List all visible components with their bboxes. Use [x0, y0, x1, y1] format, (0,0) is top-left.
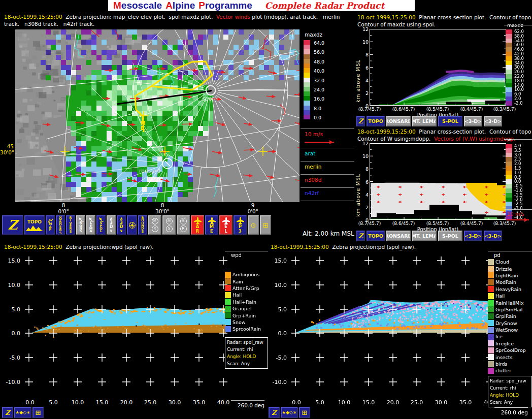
tick-label: 0.0 [278, 330, 287, 337]
sr-product-button[interactable]: SR [177, 215, 190, 235]
3d-button[interactable]: <3-D> [464, 116, 482, 126]
precip-types-button[interactable]: ★◆◇∗ [14, 407, 31, 418]
info-line: Angle: HOLD [490, 392, 530, 399]
aircraft-p3-button[interactable]: P3 [234, 215, 247, 235]
topo-button[interactable]: TOPO [367, 116, 385, 126]
legend-entry: clutter [488, 367, 532, 374]
tick-label: (8.5/45.7) [426, 221, 449, 226]
topo-overlay-button[interactable]: TOPO [24, 215, 45, 235]
tick-label: 5.0 [49, 399, 58, 406]
aircraft-label-me: ME [141, 121, 146, 131]
legend-swatch [488, 272, 494, 278]
3d-view-button[interactable]: ∧3D∨ [107, 215, 116, 235]
legend-entry: GrplSmHail [488, 306, 532, 313]
tick-label: 56.0 [314, 49, 324, 55]
legend-entry: Grp+Rain [225, 312, 268, 318]
aircraft-electra-button[interactable]: EL [219, 215, 232, 235]
site-label-spol[interactable]: spol [202, 95, 214, 102]
cs2-header-line1: 18-oct-1999,15:25:00 Planar cross-sectio… [357, 128, 532, 135]
legend-swatch [488, 368, 494, 374]
track-label-arat: arat [305, 150, 315, 156]
grid-button[interactable]: ⊞ [299, 407, 310, 418]
tick-label: 30.0 [435, 399, 448, 406]
tick-label: -10.0 [6, 379, 20, 385]
mr-product-button[interactable]: MR [148, 215, 161, 235]
grid-button[interactable]: ⊞ [260, 215, 271, 235]
cs2-wind-ref-label: 10 m/s [507, 211, 524, 217]
zebra-menu-button[interactable]: Z [356, 116, 365, 126]
ronsard-button[interactable]: RONSARD [386, 231, 411, 241]
ronsard-button[interactable]: RONSARD [386, 116, 411, 126]
legend-entry: Hail [488, 293, 532, 299]
tick-label: 40.0 [314, 68, 324, 74]
legend-title: pd [488, 251, 532, 259]
bl-toolbar: Z★◆◇∗⊞ [2, 407, 44, 418]
target-button[interactable]: ⊙ [248, 215, 259, 235]
tick-label: 2 [365, 90, 369, 96]
ronsard-radar-button[interactable]: RONS [76, 215, 85, 235]
page-title: MesoscaleAlpineProgramme [113, 0, 256, 11]
legend-entry: Ambiguous [225, 271, 268, 278]
tick-label: 10.0 [72, 399, 84, 406]
lema-radar-button[interactable]: LEMA [86, 215, 95, 235]
s-pol-button[interactable]: S-POL [438, 231, 462, 241]
br-toolbar: Z★◆◇∗⊞ [269, 407, 310, 418]
altitude-readout: Alt: 2.00 km MSL [303, 230, 354, 237]
legend-entry: ModRain [488, 279, 532, 285]
tick-label: 35.0 [193, 399, 206, 406]
s-pol-button[interactable]: S-POL [438, 116, 462, 126]
mt-lema-button[interactable]: MT. LEMA [412, 116, 437, 126]
cs1-colorbar-title: maxdz [507, 22, 523, 28]
legend-swatch [488, 340, 494, 346]
zebra-menu-button[interactable]: Z [2, 215, 23, 235]
legend-swatch [225, 299, 231, 305]
zebra-menu-button[interactable]: Z [356, 231, 365, 241]
3d-button[interactable]: <3-D> [464, 231, 482, 241]
legend-swatch [225, 292, 231, 298]
main-map-canvas[interactable] [15, 29, 300, 202]
grid-button[interactable]: ⊞ [32, 407, 44, 418]
topo-button[interactable]: TOPO [367, 231, 385, 241]
bl-rhi-canvas [23, 253, 234, 390]
zebra-menu-button[interactable]: Z [2, 407, 13, 418]
3d-button[interactable]: <3-D> [484, 116, 502, 126]
legend-entry: Ice [488, 333, 532, 340]
legend-entry: SprCoolDrop [488, 347, 532, 353]
legend-swatch [488, 266, 494, 272]
precip-types-button[interactable]: ★◆◇∗ [281, 407, 298, 418]
tick-label: 10.0 [338, 399, 351, 406]
site-label-ronsard[interactable]: ronsard [139, 168, 160, 174]
legend-swatch [225, 306, 231, 312]
ms-product-button[interactable]: MS [162, 215, 176, 235]
legend-swatch [488, 361, 494, 367]
legend-entry: birds [488, 361, 532, 367]
br-azimuth-readout: 260.0 deg [494, 407, 528, 415]
cs2-plot-canvas [370, 143, 506, 220]
br-header: 18-oct-1999,15:25:00 Zebra projection:pd… [271, 243, 416, 250]
tick-label: 10 [362, 39, 369, 45]
map-overlay-button[interactable]: MAP [46, 215, 55, 235]
legend-entry: insects [488, 353, 532, 360]
3d-button[interactable]: <3-D> [484, 231, 502, 241]
legend-swatch [488, 279, 494, 285]
br-legend: pd CloudDrizzleLightRainModRainHeavyRain… [488, 251, 532, 374]
zebra-menu-button[interactable]: Z [269, 407, 280, 418]
mt-lema-button[interactable]: MT. LEMA [412, 231, 437, 241]
tick-label: (8.6/45.7) [392, 107, 415, 112]
rivers-overlay-button[interactable]: RIVERS [66, 215, 75, 235]
wheel-button[interactable] [127, 215, 137, 235]
legend-entry: Cloud [488, 259, 532, 265]
info-line: Radar: spol_raw [490, 377, 530, 384]
aircraft-arat-button[interactable]: AR [191, 215, 204, 235]
aircraft-merlin-button[interactable]: ME [205, 215, 218, 235]
tick-label: -0.0 [290, 399, 301, 406]
bounds-overlay-button[interactable]: BOUNDS [138, 215, 147, 235]
tick-label: (8.6/45.7) [392, 221, 415, 226]
spol-radar-button[interactable]: SPOL [96, 215, 106, 235]
bl-header: 18-oct-1999,15:25:00 Zebra projection:wp… [4, 243, 154, 250]
borders-overlay-button[interactable]: BORDERS [56, 215, 65, 235]
legend-swatch [488, 327, 494, 333]
tick-label: 2 [365, 205, 369, 210]
tick-label: 830'0" [155, 202, 170, 214]
3d-view-button[interactable]: ∧3D∨ [117, 215, 126, 235]
